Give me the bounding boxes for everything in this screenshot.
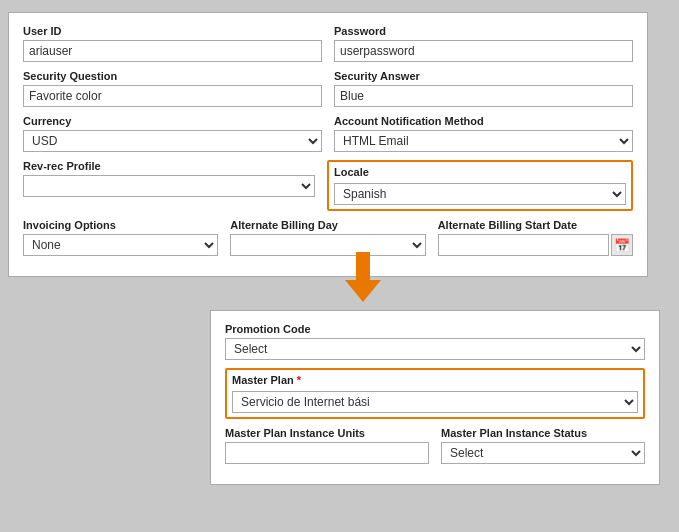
arrow-indicator (345, 252, 381, 302)
group-password: Password (334, 25, 633, 62)
invoicing-options-label: Invoicing Options (23, 219, 218, 231)
group-security-question: Security Question (23, 70, 322, 107)
group-currency: Currency USD EUR GBP (23, 115, 322, 152)
alternate-billing-day-select[interactable] (230, 234, 425, 256)
row-revrec-locale: Rev-rec Profile Locale Spanish English F… (23, 160, 633, 211)
promotion-code-select[interactable]: Select PROMO10 SAVE20 (225, 338, 645, 360)
locale-select[interactable]: Spanish English French German (334, 183, 626, 205)
group-invoicing-options: Invoicing Options None Email Print (23, 219, 218, 256)
master-plan-instance-status-select[interactable]: Select Active Inactive (441, 442, 645, 464)
row-invoicing-billing: Invoicing Options None Email Print Alter… (23, 219, 633, 256)
currency-select[interactable]: USD EUR GBP (23, 130, 322, 152)
master-plan-instance-units-label: Master Plan Instance Units (225, 427, 429, 439)
group-alternate-billing-day: Alternate Billing Day (230, 219, 425, 256)
group-user-id: User ID (23, 25, 322, 62)
account-notification-label: Account Notification Method (334, 115, 633, 127)
calendar-icon: 📅 (614, 238, 630, 253)
rev-rec-profile-select[interactable] (23, 175, 315, 197)
invoicing-options-select[interactable]: None Email Print (23, 234, 218, 256)
row-master-plan-instance: Master Plan Instance Units Master Plan I… (225, 427, 645, 464)
security-answer-label: Security Answer (334, 70, 633, 82)
group-locale: Locale Spanish English French German (327, 160, 633, 211)
user-id-input[interactable] (23, 40, 322, 62)
alternate-billing-start-date-input[interactable] (438, 234, 609, 256)
row-userid-password: User ID Password (23, 25, 633, 62)
group-rev-rec-profile: Rev-rec Profile (23, 160, 315, 211)
password-label: Password (334, 25, 633, 37)
rev-rec-profile-label: Rev-rec Profile (23, 160, 315, 172)
top-form-panel: User ID Password Security Question Secur… (8, 12, 648, 277)
calendar-button[interactable]: 📅 (611, 234, 633, 256)
group-promotion-code: Promotion Code Select PROMO10 SAVE20 (225, 323, 645, 360)
row-master-plan: Master Plan * Servicio de Internet bási … (225, 368, 645, 419)
user-id-label: User ID (23, 25, 322, 37)
group-master-plan-instance-units: Master Plan Instance Units (225, 427, 429, 464)
currency-label: Currency (23, 115, 322, 127)
row-security: Security Question Security Answer (23, 70, 633, 107)
group-security-answer: Security Answer (334, 70, 633, 107)
master-plan-instance-status-label: Master Plan Instance Status (441, 427, 645, 439)
bottom-form-panel: Promotion Code Select PROMO10 SAVE20 Mas… (210, 310, 660, 485)
master-plan-instance-units-input[interactable] (225, 442, 429, 464)
security-answer-input[interactable] (334, 85, 633, 107)
row-promotion-code: Promotion Code Select PROMO10 SAVE20 (225, 323, 645, 360)
date-input-row: 📅 (438, 234, 633, 256)
arrow-shaft (356, 252, 370, 280)
password-input[interactable] (334, 40, 633, 62)
required-star: * (297, 374, 301, 386)
master-plan-label: Master Plan * (232, 374, 638, 386)
security-question-input[interactable] (23, 85, 322, 107)
group-master-plan-instance-status: Master Plan Instance Status Select Activ… (441, 427, 645, 464)
master-plan-select[interactable]: Servicio de Internet bási Basic Plan Pre… (232, 391, 638, 413)
alternate-billing-start-date-label: Alternate Billing Start Date (438, 219, 633, 231)
account-notification-select[interactable]: HTML Email Text Email None (334, 130, 633, 152)
locale-label: Locale (334, 166, 626, 178)
group-alternate-billing-start-date: Alternate Billing Start Date 📅 (438, 219, 633, 256)
promotion-code-label: Promotion Code (225, 323, 645, 335)
arrow-head (345, 280, 381, 302)
group-account-notification: Account Notification Method HTML Email T… (334, 115, 633, 152)
row-currency-notification: Currency USD EUR GBP Account Notificatio… (23, 115, 633, 152)
group-master-plan: Master Plan * Servicio de Internet bási … (225, 368, 645, 419)
security-question-label: Security Question (23, 70, 322, 82)
alternate-billing-day-label: Alternate Billing Day (230, 219, 425, 231)
